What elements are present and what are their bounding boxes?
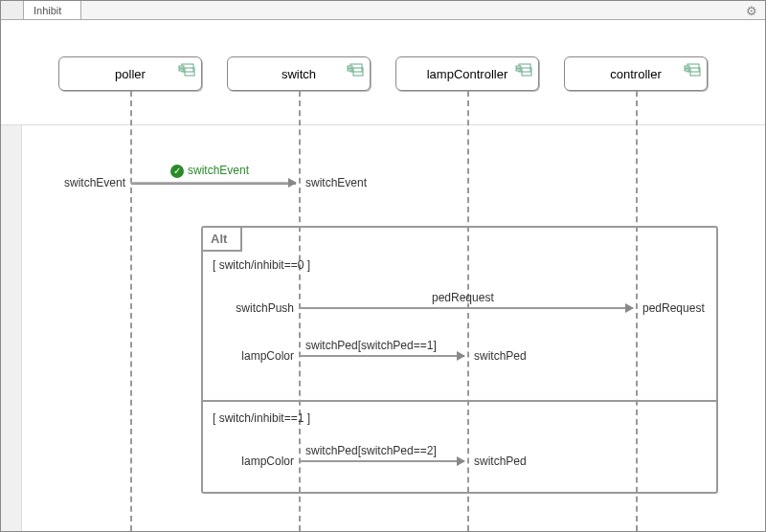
slot-to-switchevent: switchEvent — [305, 176, 367, 189]
slot-to-pedrequest: pedRequest — [642, 301, 705, 315]
message-label-switchped2: switchPed[switchPed==2] — [305, 444, 437, 457]
component-icon — [684, 63, 701, 77]
lifeline-label: lampController — [427, 67, 508, 81]
svg-rect-9 — [516, 66, 521, 68]
alt-divider — [203, 400, 716, 402]
slot-to-switchped1: switchPed — [474, 349, 527, 363]
message-label-switchevent: ✓switchEvent — [170, 164, 249, 178]
svg-rect-10 — [516, 69, 521, 71]
scroll-gutter[interactable] — [1, 125, 22, 531]
component-icon — [178, 63, 195, 77]
check-icon: ✓ — [170, 165, 184, 178]
lifeline-label: poller — [115, 67, 146, 81]
lifeline-head-controller[interactable]: controller — [564, 56, 708, 91]
slot-to-switchped2: switchPed — [474, 454, 527, 468]
editor-window: Inhibit ⚙ poller switch lampController — [0, 0, 766, 532]
lifeline-head-switch[interactable]: switch — [227, 56, 371, 91]
slot-from-lampcolor1: lampColor — [229, 349, 294, 363]
slot-from-lampcolor2: lampColor — [229, 454, 294, 468]
gear-icon[interactable]: ⚙ — [746, 4, 757, 15]
diagram-canvas[interactable]: poller switch lampController controller — [1, 20, 765, 531]
lifeline-head-poller[interactable]: poller — [58, 56, 202, 91]
tab-spacer — [1, 1, 24, 19]
slot-from-switchpush: switchPush — [229, 301, 294, 315]
message-label-pedrequest: pedRequest — [432, 291, 494, 304]
component-icon — [515, 63, 532, 77]
slot-from-switchevent: switchEvent — [54, 176, 125, 189]
guard-1: [ switch/inhibit==1 ] — [213, 411, 310, 425]
component-icon — [347, 63, 364, 77]
svg-rect-5 — [348, 66, 352, 68]
lifeline-header-area: poller switch lampController controller — [1, 20, 765, 125]
lifeline-head-lampcontroller[interactable]: lampController — [395, 56, 539, 91]
message-label-switchped1: switchPed[switchPed==1] — [305, 339, 437, 352]
svg-rect-1 — [179, 66, 184, 68]
alt-label: Alt — [203, 228, 242, 252]
lifeline-label: controller — [610, 67, 661, 81]
message-switchped1[interactable] — [300, 355, 464, 357]
tab-inhibit[interactable]: Inhibit — [24, 1, 81, 19]
tab-bar: Inhibit ⚙ — [1, 1, 765, 20]
svg-rect-13 — [685, 66, 689, 68]
message-switchped2[interactable] — [300, 460, 464, 462]
message-pedrequest[interactable] — [300, 307, 633, 309]
tab-title: Inhibit — [34, 5, 61, 16]
message-switchevent[interactable] — [131, 182, 296, 185]
svg-rect-2 — [179, 69, 184, 71]
svg-rect-14 — [685, 69, 689, 71]
svg-rect-6 — [348, 69, 352, 71]
guard-0: [ switch/inhibit==0 ] — [213, 258, 310, 272]
lifeline-label: switch — [282, 67, 316, 81]
lifeline-poller[interactable] — [130, 91, 132, 531]
